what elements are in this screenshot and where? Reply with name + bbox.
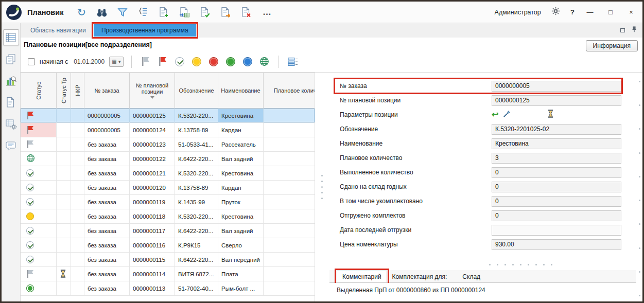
table-row[interactable]: без заказа0000000114ВИТЯ.6872...Плата (21, 267, 315, 281)
status-yellow-filter-button[interactable] (190, 56, 203, 68)
sidebar-document-button[interactable] (3, 94, 19, 110)
planned-qty-cell (264, 137, 315, 151)
flag-red-filter-button[interactable] (156, 56, 169, 68)
float-window-icon[interactable] (620, 28, 625, 32)
table-row[interactable]: без заказа0000000118К.5320-220...Крестов… (21, 209, 315, 224)
minimize-button[interactable]: — (585, 8, 595, 16)
position-cell: 0000000115 (130, 253, 175, 266)
field-value[interactable]: 0000000005 (492, 81, 621, 92)
designation-cell: К.6422-220... (175, 224, 218, 238)
order-cell: без заказа (84, 253, 130, 266)
table-row[interactable]: без заказа0000000121К.5320-220...Крестов… (21, 166, 315, 181)
field-value[interactable] (492, 225, 621, 236)
maximize-button[interactable]: □ (605, 8, 616, 16)
sidebar-table-settings-button[interactable] (3, 116, 19, 132)
sidebar-copy-button[interactable] (3, 51, 19, 67)
column-header-planned-qty[interactable]: Плановое количест (264, 73, 315, 109)
field-value[interactable]: 0 (492, 182, 621, 192)
order-cell: без заказа (84, 281, 130, 295)
field-value[interactable]: 0 (492, 196, 621, 207)
horizontal-splitter[interactable] (489, 264, 552, 265)
name-cell: Плата (218, 267, 264, 281)
grouping-button[interactable] (287, 56, 299, 68)
settings-gear-button[interactable] (551, 7, 560, 17)
approve-document-button[interactable] (197, 5, 213, 20)
field-value[interactable]: 930.00 (492, 239, 621, 250)
position-cell: 0000000120 (130, 181, 175, 194)
help-button[interactable]: ? (570, 8, 575, 16)
positions-table: Статус Статус Тр НКР № заказа № плановой… (21, 73, 315, 301)
date-value[interactable]: 01.01.2000 (74, 58, 105, 65)
status-cell (21, 166, 57, 180)
table-row[interactable]: без заказа0000000122К.6422-220...Вал зад… (21, 152, 315, 166)
vertical-splitter[interactable] (318, 73, 325, 301)
flag-gray-filter-button[interactable] (140, 56, 152, 68)
column-header-designation[interactable]: Обозначение (175, 73, 218, 109)
comment-area[interactable]: Выделенная ПрП от 0000000860 из ПП 00000… (329, 283, 636, 301)
delete-document-button[interactable] (238, 5, 254, 20)
table-row[interactable]: без заказа000000011351-7002-40...Рым-бол… (21, 281, 315, 296)
date-picker-button[interactable]: ▦▾ (109, 57, 123, 67)
column-header-status-tr[interactable]: Статус Тр (57, 73, 71, 109)
field-value[interactable]: 0 (492, 167, 621, 178)
column-header-name[interactable]: Наименование (218, 73, 264, 109)
tab-comment[interactable]: Комментарий (337, 271, 387, 282)
hourglass-param-icon[interactable] (547, 110, 554, 120)
edit-params-icon[interactable] (502, 110, 511, 120)
sidebar-nav-list-button[interactable] (3, 29, 19, 45)
status-cell (21, 137, 57, 151)
status-done-filter-button[interactable] (173, 56, 186, 68)
field-value[interactable]: Крестовина (492, 138, 621, 149)
return-arrow-icon[interactable]: ↩ (492, 111, 498, 119)
refresh-button[interactable]: ↻ (74, 5, 89, 20)
tab-navigation-area[interactable]: Область навигации (23, 24, 94, 37)
field-value[interactable]: 0 (492, 210, 621, 221)
sidebar-comments-button[interactable] (3, 137, 19, 153)
table-row[interactable]: 00000000050000000124К.13758-89Кардан (21, 123, 315, 137)
column-header-order[interactable]: № заказа (84, 73, 130, 109)
position-cell: 0000000118 (130, 209, 175, 223)
red-flag-icon (26, 126, 34, 134)
table-row[interactable]: без заказа0000000116К.Р9К15Сверло (21, 238, 315, 253)
tab-production-program[interactable]: Производственная программа (94, 24, 196, 37)
status-tr-cell (57, 224, 71, 238)
table-row[interactable]: без заказа0000000117К.6422-220...Вал зад… (21, 224, 315, 238)
search-binoculars-button[interactable] (94, 5, 110, 20)
status-cell (21, 152, 57, 166)
pin-icon[interactable] (631, 26, 637, 35)
field-value[interactable]: 0000000125 (492, 95, 621, 106)
column-header-nkr[interactable]: НКР (71, 73, 84, 109)
status-red-filter-button[interactable] (207, 56, 220, 68)
nkr-cell (71, 224, 84, 238)
close-button[interactable]: × (626, 8, 636, 16)
table-row[interactable]: без заказа0000000115К.6422-220...Вал пер… (21, 253, 315, 267)
info-button[interactable]: Информация (586, 40, 638, 51)
status-blue-filter-button[interactable] (241, 56, 254, 68)
table-row[interactable]: без заказа000000012351-0533-41...Рассека… (21, 137, 315, 152)
nkr-cell (71, 137, 84, 151)
table-row[interactable]: 00000000050000000125К.5320-220...Крестов… (21, 109, 315, 123)
table-row[interactable]: без заказа0000000119К.1435-99Пруток (21, 195, 315, 209)
column-header-position[interactable]: № плановой позиции (130, 73, 175, 109)
tab-kitting-for[interactable]: Комплектация для: (387, 271, 452, 282)
transfer-document-button[interactable] (218, 5, 233, 20)
filter-caret-icon[interactable] (150, 96, 154, 99)
insert-rows-button[interactable] (135, 5, 151, 20)
panel-scrollbar[interactable] (637, 81, 642, 296)
sidebar-chart-button[interactable] (3, 73, 19, 88)
field-value[interactable]: 3 (492, 153, 621, 164)
status-globe-filter-button[interactable] (258, 56, 271, 68)
field-value[interactable]: К.5320-2201025-02 (492, 124, 621, 135)
column-header-status[interactable]: Статус (21, 73, 57, 109)
table-row[interactable]: без заказа0000000120К.13758-89Кардан (21, 181, 315, 195)
position-cell: 0000000122 (130, 152, 175, 166)
status-green-filter-button[interactable] (224, 56, 237, 68)
starting-from-checkbox[interactable] (28, 58, 35, 65)
add-document-button[interactable] (156, 5, 171, 20)
filter-button[interactable] (115, 5, 130, 20)
field-label: № плановой позиции (340, 97, 492, 104)
planned-qty-cell (264, 209, 315, 223)
more-button[interactable]: … (259, 5, 274, 20)
status-tr-cell (57, 137, 71, 151)
move-to-plan-button[interactable] (177, 5, 192, 20)
